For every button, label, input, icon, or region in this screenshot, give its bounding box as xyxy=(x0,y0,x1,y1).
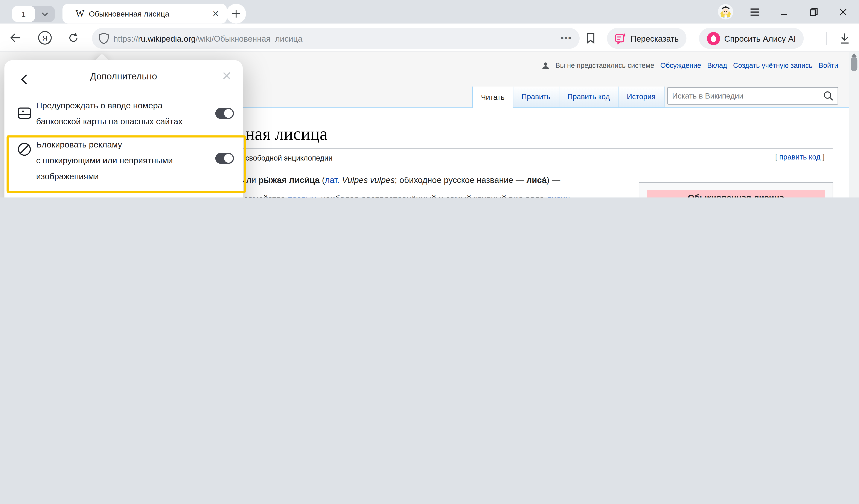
url-text[interactable]: https://ru.wikipedia.org/wiki/Обыкновенн… xyxy=(114,34,560,43)
text-segment xyxy=(340,175,342,185)
text-segment: лисиц xyxy=(546,194,570,198)
text-segment: ; обиходное русское название — xyxy=(395,175,527,185)
article-tab-label: Править xyxy=(522,92,551,101)
text-segment: , наиболее распространённый и самый круп… xyxy=(316,194,547,198)
address-bar[interactable]: https://ru.wikipedia.org/wiki/Обыкновенн… xyxy=(92,28,579,49)
tab-strip: 1 W Обыкновенная лисица ✕ xyxy=(0,0,859,24)
user-icon xyxy=(542,62,549,69)
article-tab[interactable]: Читать xyxy=(472,87,513,108)
url-host: ru.wikipedia.org xyxy=(138,34,196,43)
retell-button[interactable]: Пересказать xyxy=(607,28,687,49)
bank-card-icon xyxy=(18,107,31,119)
settings-panel: Дополнительно ✕ Предупреждать о вводе но… xyxy=(4,60,243,198)
search-input[interactable] xyxy=(668,91,823,100)
toolbar-divider xyxy=(826,32,827,45)
edit-code-anchor[interactable]: править код xyxy=(779,153,820,161)
adblock-line1: Блокировать рекламу xyxy=(36,140,122,150)
personal-bar: Вы не представились системе Обсуждение В… xyxy=(542,61,838,70)
downloads-button[interactable] xyxy=(834,28,856,49)
retell-label: Пересказать xyxy=(631,34,679,43)
bookmark-icon[interactable] xyxy=(579,28,602,49)
paragraph-line-1: или ры́жая лиси́ца (лат. Vulpes vulpes; … xyxy=(242,175,560,185)
avatar[interactable] xyxy=(714,0,736,24)
adblock-line2: с шокирующими или неприятными xyxy=(36,156,173,166)
text-segment: ры́жая лиси́ца xyxy=(258,175,319,185)
article-tab[interactable]: Править код xyxy=(559,87,618,107)
scrollbar-track[interactable] xyxy=(849,52,859,198)
yandex-button[interactable]: Я xyxy=(34,30,56,45)
chevron-down-icon[interactable] xyxy=(35,6,55,22)
edit-code-link: [ править код ] xyxy=(775,153,825,161)
search-icon[interactable] xyxy=(823,91,833,101)
paragraph-line-2: семейства псовых, наиболее распространён… xyxy=(244,194,573,198)
card-warning-line1: Предупреждать о вводе номера xyxy=(36,101,162,111)
browser-window: 1 W Обыкновенная лисица ✕ xyxy=(0,0,859,198)
text-segment: ( xyxy=(319,175,325,185)
card-warning-toggle[interactable] xyxy=(215,108,234,119)
url-path: /wiki/Обыкновенная_лисица xyxy=(196,34,303,43)
new-tab-button[interactable] xyxy=(226,4,246,24)
menu-button[interactable] xyxy=(743,0,765,24)
personal-link-discussion[interactable]: Обсуждение xyxy=(660,61,701,70)
minimize-button[interactable] xyxy=(773,0,795,24)
shield-icon[interactable] xyxy=(99,32,109,44)
restore-button[interactable] xyxy=(802,0,825,24)
tab-group-button[interactable]: 1 xyxy=(12,6,55,22)
text-segment: псовых xyxy=(288,194,316,198)
article-tab-label: История xyxy=(627,92,655,101)
browser-tab[interactable]: W Обыкновенная лисица ✕ xyxy=(62,4,227,24)
tab-close-icon[interactable]: ✕ xyxy=(210,9,221,19)
panel-close-icon[interactable]: ✕ xyxy=(222,69,232,83)
text-segment: Vulpes vulpes xyxy=(342,175,394,185)
reload-button[interactable] xyxy=(62,32,85,43)
bracket: ] xyxy=(820,153,825,161)
ask-alice-label: Спросить Алису AI xyxy=(724,34,796,43)
tab-title: Обыкновенная лисица xyxy=(89,9,210,18)
article-tab[interactable]: Править xyxy=(513,87,559,107)
page-subtitle: свободной энциклопедии xyxy=(245,154,333,162)
text-segment: семейства xyxy=(244,194,288,198)
text-segment: или xyxy=(242,175,258,185)
retell-icon xyxy=(615,32,627,44)
close-window-button[interactable] xyxy=(832,0,854,24)
adblock-toggle[interactable] xyxy=(215,153,234,164)
bracket: [ xyxy=(775,153,779,161)
adblock-line3: изображениями xyxy=(36,171,99,181)
card-warning-line2: банковской карты на опасных сайтах xyxy=(36,117,183,127)
taxobox-title: Обыкновенная лисица xyxy=(647,190,825,198)
panel-title: Дополнительно xyxy=(4,71,243,82)
text-segment: ) — xyxy=(546,175,560,185)
text-segment: лат. xyxy=(325,175,340,185)
article-tabs: ЧитатьПравитьПравить кодИстория xyxy=(472,87,664,108)
text-segment: . xyxy=(570,194,573,198)
url-scheme: https:// xyxy=(114,34,138,43)
taxobox: Обыкновенная лисица xyxy=(639,182,833,198)
scrollbar-up-arrow[interactable] xyxy=(851,53,857,57)
wiki-search xyxy=(667,87,838,105)
personal-link-contributions[interactable]: Вклад xyxy=(707,61,727,70)
ask-alice-button[interactable]: Спросить Алису AI xyxy=(699,28,803,49)
login-status: Вы не представились системе xyxy=(555,61,654,70)
page-title: ная лисица xyxy=(245,124,328,144)
more-actions-icon[interactable]: ••• xyxy=(560,33,572,44)
personal-link-create-account[interactable]: Создать учётную запись xyxy=(733,61,813,70)
svg-text:Я: Я xyxy=(42,34,47,42)
article-tab[interactable]: История xyxy=(618,87,664,107)
text-segment: лиса́ xyxy=(526,175,546,185)
article-tab-label: Править код xyxy=(567,92,610,101)
back-button[interactable] xyxy=(4,33,26,42)
personal-link-login[interactable]: Войти xyxy=(819,61,838,70)
alice-icon xyxy=(707,32,721,45)
scrollbar-thumb[interactable] xyxy=(851,57,858,71)
article-tab-label: Читать xyxy=(481,93,504,101)
block-ads-icon xyxy=(18,142,31,156)
wikipedia-favicon: W xyxy=(76,8,85,19)
tab-group-count[interactable]: 1 xyxy=(12,6,35,22)
